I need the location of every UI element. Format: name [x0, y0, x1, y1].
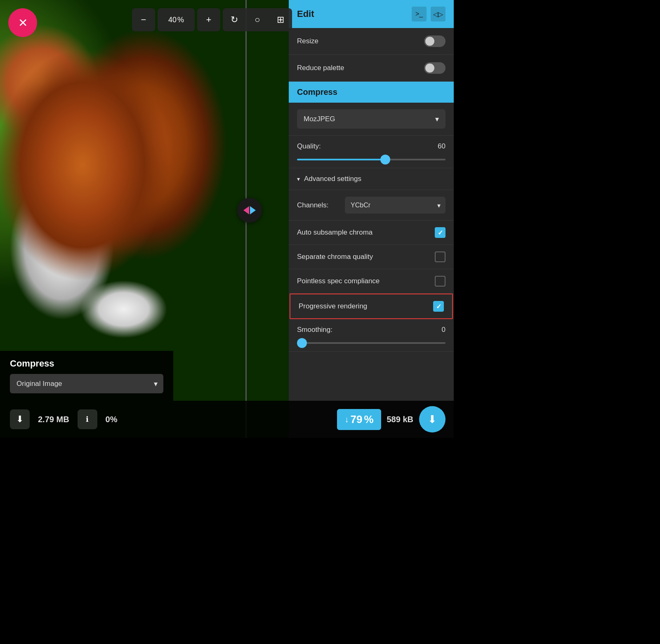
- auto-subsample-checkbox[interactable]: [435, 227, 446, 238]
- separate-chroma-label: Separate chroma quality: [297, 253, 373, 261]
- resize-toggle[interactable]: [424, 35, 446, 47]
- auto-subsample-row: Auto subsample chroma: [289, 221, 454, 245]
- download-button-right[interactable]: ⬇: [419, 406, 446, 432]
- zoom-unit: %: [177, 16, 184, 24]
- progressive-rendering-label: Progressive rendering: [299, 302, 367, 310]
- bottom-percent-left: 0%: [106, 415, 118, 424]
- download-icon-left[interactable]: ⬇: [10, 409, 30, 429]
- rotate-button[interactable]: ↻: [223, 8, 246, 31]
- percent-value: 0: [106, 415, 110, 424]
- progressive-rendering-row: Progressive rendering: [290, 294, 453, 319]
- advanced-settings-row[interactable]: ▾ Advanced settings: [289, 168, 454, 190]
- zoom-value: 40: [168, 16, 177, 24]
- codec-dropdown-wrapper: MozJPEG WebP AVIF OxiPNG: [297, 109, 446, 129]
- auto-subsample-label: Auto subsample chroma: [297, 228, 372, 237]
- compress-title: Compress: [297, 87, 337, 96]
- smoothing-value: 0: [442, 326, 446, 334]
- quality-slider[interactable]: [297, 159, 446, 160]
- quality-top: Quality: 60: [297, 142, 446, 150]
- edit-title: Edit: [297, 9, 314, 19]
- advanced-settings-label: Advanced settings: [304, 175, 361, 183]
- compress-section-header: Compress: [289, 82, 454, 103]
- smoothing-slider[interactable]: [297, 342, 446, 344]
- pointless-spec-checkbox[interactable]: [435, 276, 446, 287]
- compress-bottom-select[interactable]: Original Image Compressed Image: [10, 374, 163, 393]
- resize-row: Resize: [289, 28, 454, 55]
- reduce-palette-toggle[interactable]: [424, 62, 446, 74]
- quality-value: 60: [438, 142, 446, 150]
- channels-row: Channels: YCbCr RGB CMYK: [289, 190, 454, 221]
- savings-unit: %: [364, 413, 373, 426]
- grid-button[interactable]: ⊞: [269, 8, 292, 31]
- bottom-bar-right: ↓ 79 % 589 kB ⬇: [289, 401, 454, 438]
- savings-arrow-icon: ↓: [344, 415, 349, 424]
- reduce-palette-knob: [425, 63, 434, 73]
- chevron-down-icon: ▾: [297, 176, 300, 182]
- pointless-spec-label: Pointless spec compliance: [297, 277, 380, 285]
- resize-label: Resize: [297, 37, 318, 45]
- pointless-spec-row: Pointless spec compliance: [289, 269, 454, 294]
- codec-dropdown-row: MozJPEG WebP AVIF OxiPNG: [289, 103, 454, 136]
- bottom-bar-left: ⬇ 2.79 MB ℹ 0%: [0, 401, 289, 438]
- savings-percent: 79: [350, 413, 362, 426]
- smoothing-top: Smoothing: 0: [297, 326, 446, 334]
- smoothing-label: Smoothing:: [297, 326, 332, 334]
- savings-badge: ↓ 79 %: [337, 409, 381, 430]
- terminal-button[interactable]: >_: [412, 7, 427, 21]
- arrow-right-icon: [250, 206, 256, 214]
- compare-arrows: [243, 206, 256, 214]
- compress-bottom-title: Compress: [10, 358, 163, 369]
- reduce-palette-row: Reduce palette: [289, 55, 454, 82]
- reduce-palette-label: Reduce palette: [297, 64, 344, 72]
- codec-select[interactable]: MozJPEG WebP AVIF OxiPNG: [297, 109, 446, 129]
- edit-header: Edit >_ ◁▷: [289, 0, 454, 28]
- arrows-button[interactable]: ◁▷: [431, 7, 446, 21]
- compress-bottom-panel: Compress Original Image Compressed Image: [0, 351, 173, 401]
- resize-toggle-knob: [425, 37, 434, 46]
- arrow-left-icon: [243, 206, 249, 214]
- circle-button[interactable]: ○: [246, 8, 269, 31]
- quality-label: Quality:: [297, 142, 321, 150]
- smoothing-row: Smoothing: 0: [289, 319, 454, 352]
- top-toolbar: − 40 % + ↻ ○ ⊞: [132, 8, 292, 31]
- output-size: 589 kB: [387, 415, 414, 424]
- compare-handle[interactable]: [237, 198, 262, 223]
- compress-bottom-dropdown-wrapper: Original Image Compressed Image: [10, 374, 163, 393]
- channels-dropdown-wrapper: YCbCr RGB CMYK: [345, 197, 446, 214]
- edit-header-icons: >_ ◁▷: [412, 7, 446, 21]
- channels-label: Channels:: [297, 201, 338, 209]
- zoom-in-button[interactable]: +: [197, 8, 220, 31]
- quality-row: Quality: 60: [289, 136, 454, 168]
- separate-chroma-checkbox[interactable]: [435, 251, 446, 262]
- zoom-out-button[interactable]: −: [132, 8, 155, 31]
- info-icon[interactable]: ℹ: [78, 409, 97, 429]
- channels-select[interactable]: YCbCr RGB CMYK: [345, 197, 446, 214]
- close-button[interactable]: ✕: [8, 8, 37, 37]
- separate-chroma-row: Separate chroma quality: [289, 245, 454, 269]
- file-size: 2.79 MB: [38, 415, 69, 424]
- progressive-rendering-checkbox[interactable]: [433, 301, 444, 312]
- right-panel: Edit >_ ◁▷ Resize Reduce palette Compres…: [289, 0, 454, 438]
- toolbar-group: ↻ ○ ⊞: [223, 8, 292, 31]
- zoom-display: 40 %: [158, 8, 195, 31]
